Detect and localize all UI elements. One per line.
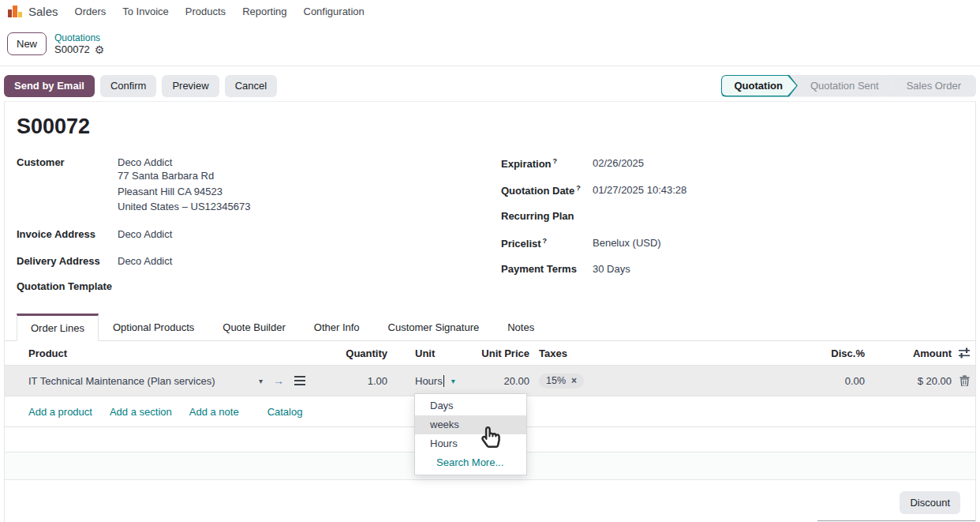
totals-separator — [817, 520, 975, 521]
expiration-value[interactable]: 02/26/2025 — [593, 157, 644, 169]
col-quantity: Quantity — [316, 347, 387, 359]
customer-name[interactable]: Deco Addict — [118, 156, 250, 168]
cell-taxes[interactable]: 15% × — [529, 374, 782, 389]
send-by-email-button[interactable]: Send by Email — [4, 75, 95, 97]
internal-link-arrow-icon[interactable]: → — [273, 375, 284, 386]
record-title[interactable]: S00072 — [17, 115, 90, 139]
notebook-tabs: Order Lines Optional Products Quote Buil… — [5, 314, 975, 341]
discount-button[interactable]: Discount — [900, 491, 960, 514]
unit-option-days[interactable]: Days — [415, 396, 526, 415]
app-name[interactable]: Sales — [28, 5, 58, 18]
add-a-note-link[interactable]: Add a note — [189, 406, 239, 418]
col-unit-price: Unit Price — [470, 347, 529, 359]
invoice-address-value[interactable]: Deco Addict — [118, 228, 172, 240]
menu-orders[interactable]: Orders — [75, 6, 107, 17]
tab-optional-products[interactable]: Optional Products — [99, 314, 208, 340]
unit-dropdown-menu: Days weeks Hours Search More... — [414, 393, 527, 475]
breadcrumb-current-label: S00072 — [54, 43, 90, 56]
col-taxes: Taxes — [529, 347, 782, 359]
action-bar: Send by Email Confirm Preview Cancel Quo… — [4, 74, 976, 97]
action-buttons: Send by Email Confirm Preview Cancel — [4, 75, 277, 97]
customer-address-line: United States – US12345673 — [118, 199, 250, 215]
customer-label: Customer — [17, 156, 115, 168]
help-icon: ? — [576, 184, 581, 192]
invoice-address-label: Invoice Address — [17, 228, 115, 240]
tab-order-lines[interactable]: Order Lines — [17, 314, 99, 341]
col-product: Product — [5, 347, 316, 359]
confirm-button[interactable]: Confirm — [100, 75, 157, 97]
add-a-section-link[interactable]: Add a section — [110, 406, 172, 418]
breadcrumb: New Quotations S00072 ⚙ — [7, 32, 104, 56]
breadcrumb-current: S00072 ⚙ — [54, 43, 104, 56]
cell-product[interactable]: IT Technical Maintenance (Plan services)… — [5, 375, 316, 387]
tax-badge-label: 15% — [546, 375, 566, 386]
product-row-icons: ▾ → — [259, 375, 316, 386]
optional-columns-icon[interactable] — [952, 347, 977, 359]
pricelist-value[interactable]: Benelux (USD) — [593, 237, 661, 249]
col-disc: Disc.% — [782, 347, 865, 359]
customer-value[interactable]: Deco Addict 77 Santa Barbara Rd Pleasant… — [118, 156, 250, 215]
customer-address-line: Pleasant Hill CA 94523 — [118, 184, 250, 200]
cell-unit-price[interactable]: 20.00 — [470, 375, 529, 387]
delete-row-icon[interactable] — [952, 375, 977, 386]
menu-reporting[interactable]: Reporting — [242, 6, 286, 17]
app-brand[interactable]: Sales — [8, 5, 58, 18]
add-a-product-link[interactable]: Add a product — [28, 406, 92, 418]
product-dropdown-caret-icon[interactable]: ▾ — [259, 377, 263, 385]
tab-quote-builder[interactable]: Quote Builder — [208, 314, 300, 340]
row-menu-icon[interactable] — [294, 376, 305, 385]
menu-configuration[interactable]: Configuration — [304, 6, 365, 17]
help-icon: ? — [543, 237, 548, 245]
breadcrumb-trail: Quotations S00072 ⚙ — [54, 32, 104, 56]
search-more-link[interactable]: Search More... — [415, 453, 526, 472]
cell-unit[interactable]: Hours ▾ — [387, 375, 470, 387]
unit-option-weeks[interactable]: weeks — [415, 415, 526, 434]
catalog-link[interactable]: Catalog — [267, 406, 303, 418]
tab-other-info[interactable]: Other Info — [300, 314, 374, 340]
quotation-date-value[interactable]: 01/27/2025 10:43:28 — [593, 184, 686, 196]
top-nav: Sales Orders To Invoice Products Reporti… — [0, 0, 980, 22]
gear-icon[interactable]: ⚙ — [95, 44, 105, 55]
product-name[interactable]: IT Technical Maintenance (Plan services) — [28, 375, 215, 387]
payment-terms-label: Payment Terms — [501, 263, 589, 275]
sales-app-logo-icon[interactable] — [8, 5, 22, 17]
menu-to-invoice[interactable]: To Invoice — [122, 6, 169, 17]
tab-customer-signature[interactable]: Customer Signature — [374, 314, 494, 340]
tax-badge[interactable]: 15% × — [539, 374, 584, 389]
cancel-button[interactable]: Cancel — [225, 75, 277, 97]
tax-remove-icon[interactable]: × — [571, 375, 577, 386]
tab-notes[interactable]: Notes — [493, 314, 548, 340]
unit-dropdown-caret-icon[interactable]: ▾ — [451, 377, 455, 385]
unit-option-hours[interactable]: Hours — [415, 434, 526, 453]
text-caret — [443, 375, 444, 387]
col-unit: Unit — [387, 347, 470, 359]
stage-quotation[interactable]: Quotation — [721, 75, 798, 97]
menu-products[interactable]: Products — [185, 6, 226, 17]
cell-quantity[interactable]: 1.00 — [316, 375, 387, 387]
new-button[interactable]: New — [7, 32, 47, 55]
customer-address-line: 77 Santa Barbara Rd — [118, 168, 250, 184]
statusbar: Quotation Quotation Sent Sales Order — [721, 75, 977, 97]
order-lines-header: Product Quantity Unit Unit Price Taxes D… — [5, 341, 975, 366]
breadcrumb-quotations-link[interactable]: Quotations — [54, 32, 104, 43]
expiration-label: Expiration? — [501, 157, 589, 170]
stage-sales-order[interactable]: Sales Order — [885, 75, 976, 97]
unit-input-value[interactable]: Hours — [415, 375, 443, 387]
quotation-date-label: Quotation Date? — [501, 184, 589, 197]
cell-amount: $ 20.00 — [865, 375, 952, 387]
header-divider — [0, 66, 980, 66]
pricelist-label: Pricelist? — [501, 237, 589, 250]
quotation-template-label: Quotation Template — [17, 280, 143, 292]
order-line-row[interactable]: IT Technical Maintenance (Plan services)… — [5, 366, 975, 396]
stage-quotation-sent[interactable]: Quotation Sent — [789, 75, 894, 97]
help-icon: ? — [553, 157, 558, 165]
preview-button[interactable]: Preview — [162, 75, 219, 97]
col-amount: Amount — [865, 347, 952, 359]
cell-disc[interactable]: 0.00 — [782, 375, 865, 387]
delivery-address-label: Delivery Address — [17, 255, 115, 267]
delivery-address-value[interactable]: Deco Addict — [118, 255, 172, 267]
recurring-plan-label: Recurring Plan — [501, 210, 589, 222]
payment-terms-value[interactable]: 30 Days — [593, 263, 630, 275]
